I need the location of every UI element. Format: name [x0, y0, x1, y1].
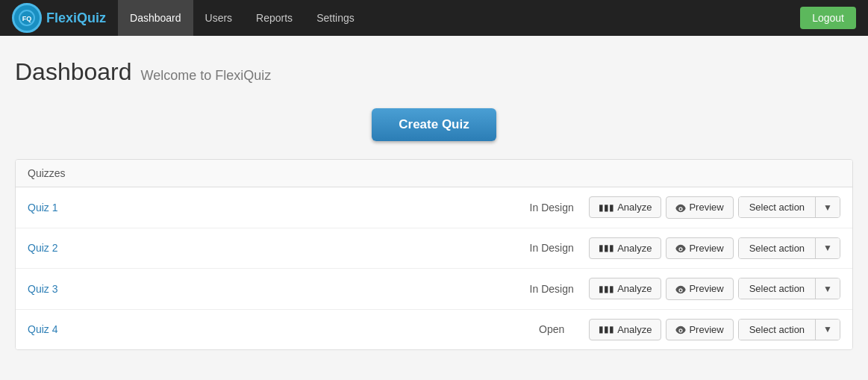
eye-icon-2 — [675, 243, 686, 255]
nav-links: Dashboard Users Reports Settings — [118, 0, 366, 36]
nav-dashboard[interactable]: Dashboard — [118, 0, 193, 36]
chevron-down-icon-1: ▼ — [823, 202, 832, 213]
navbar: FQ FlexiQuiz Dashboard Users Reports Set… — [0, 0, 868, 36]
select-action-dropdown-1[interactable]: ▼ — [816, 197, 840, 217]
select-action-button-4[interactable]: Select action — [739, 320, 816, 340]
eye-icon-1 — [675, 202, 686, 214]
preview-button-3[interactable]: Preview — [666, 278, 733, 300]
quiz-row-1: Quiz 1 In Design ▮▮▮ Analyze Preview Sel… — [16, 187, 852, 228]
chevron-down-icon-2: ▼ — [823, 243, 832, 253]
quiz-name-1[interactable]: Quiz 1 — [28, 202, 514, 214]
quiz-actions-4: ▮▮▮ Analyze Preview Select action ▼ — [589, 319, 840, 341]
nav-users[interactable]: Users — [193, 0, 245, 36]
bar-chart-icon-1: ▮▮▮ — [599, 202, 614, 213]
quiz-status-1: In Design — [514, 202, 589, 214]
quiz-row-2: Quiz 2 In Design ▮▮▮ Analyze Preview Sel… — [16, 228, 852, 270]
quiz-row-4: Quiz 4 Open ▮▮▮ Analyze Preview Select a… — [16, 310, 852, 350]
quiz-rows: Quiz 1 In Design ▮▮▮ Analyze Preview Sel… — [16, 187, 852, 349]
quiz-actions-1: ▮▮▮ Analyze Preview Select action ▼ — [589, 196, 840, 219]
preview-button-2[interactable]: Preview — [666, 237, 733, 260]
select-action-group-2: Select action ▼ — [738, 237, 840, 259]
bar-chart-icon-3: ▮▮▮ — [599, 284, 614, 294]
quiz-row-3: Quiz 3 In Design ▮▮▮ Analyze Preview Sel… — [16, 269, 852, 310]
preview-button-4[interactable]: Preview — [666, 319, 733, 341]
logo-icon: FQ — [12, 3, 42, 33]
quizzes-header: Quizzes — [16, 160, 852, 187]
select-action-group-3: Select action ▼ — [738, 278, 840, 299]
quiz-status-3: In Design — [514, 283, 589, 295]
main-content: Dashboard Welcome to FlexiQuiz Create Qu… — [0, 36, 868, 373]
select-action-button-3[interactable]: Select action — [739, 278, 816, 299]
select-action-dropdown-3[interactable]: ▼ — [816, 278, 840, 299]
quiz-name-2[interactable]: Quiz 2 — [28, 242, 514, 254]
quiz-status-2: In Design — [514, 242, 589, 254]
select-action-button-2[interactable]: Select action — [739, 238, 816, 258]
create-quiz-wrapper: Create Quiz — [15, 108, 853, 141]
page-subtitle: Welcome to FlexiQuiz — [141, 68, 272, 84]
nav-reports[interactable]: Reports — [244, 0, 305, 36]
navbar-right: Logout — [800, 7, 856, 29]
quiz-name-3[interactable]: Quiz 3 — [28, 283, 514, 295]
select-action-group-4: Select action ▼ — [738, 319, 840, 340]
brand-logo: FQ FlexiQuiz — [12, 3, 106, 33]
chevron-down-icon-4: ▼ — [823, 324, 832, 334]
quiz-name-4[interactable]: Quiz 4 — [28, 323, 514, 335]
chevron-down-icon-3: ▼ — [823, 284, 832, 294]
page-header: Dashboard Welcome to FlexiQuiz — [15, 58, 853, 86]
svg-text:FQ: FQ — [22, 15, 32, 22]
quiz-actions-3: ▮▮▮ Analyze Preview Select action ▼ — [589, 278, 840, 300]
create-quiz-button[interactable]: Create Quiz — [372, 108, 496, 141]
logo-text: FlexiQuiz — [46, 10, 106, 26]
logout-button[interactable]: Logout — [800, 7, 856, 29]
page-title: Dashboard — [15, 58, 132, 86]
analyze-button-4[interactable]: ▮▮▮ Analyze — [589, 319, 661, 340]
quiz-status-4: Open — [514, 323, 589, 335]
eye-icon-3 — [675, 283, 686, 295]
nav-settings[interactable]: Settings — [305, 0, 366, 36]
select-action-group-1: Select action ▼ — [738, 196, 840, 218]
preview-button-1[interactable]: Preview — [666, 196, 733, 219]
analyze-button-3[interactable]: ▮▮▮ Analyze — [589, 278, 661, 299]
eye-icon-4 — [675, 324, 686, 336]
quizzes-container: Quizzes Quiz 1 In Design ▮▮▮ Analyze Pre… — [15, 159, 853, 350]
select-action-button-1[interactable]: Select action — [739, 197, 816, 217]
bar-chart-icon-2: ▮▮▮ — [599, 243, 614, 253]
analyze-button-1[interactable]: ▮▮▮ Analyze — [589, 196, 661, 218]
quiz-actions-2: ▮▮▮ Analyze Preview Select action ▼ — [589, 237, 840, 260]
bar-chart-icon-4: ▮▮▮ — [599, 324, 614, 334]
analyze-button-2[interactable]: ▮▮▮ Analyze — [589, 237, 661, 259]
select-action-dropdown-4[interactable]: ▼ — [816, 320, 840, 340]
select-action-dropdown-2[interactable]: ▼ — [816, 238, 840, 258]
